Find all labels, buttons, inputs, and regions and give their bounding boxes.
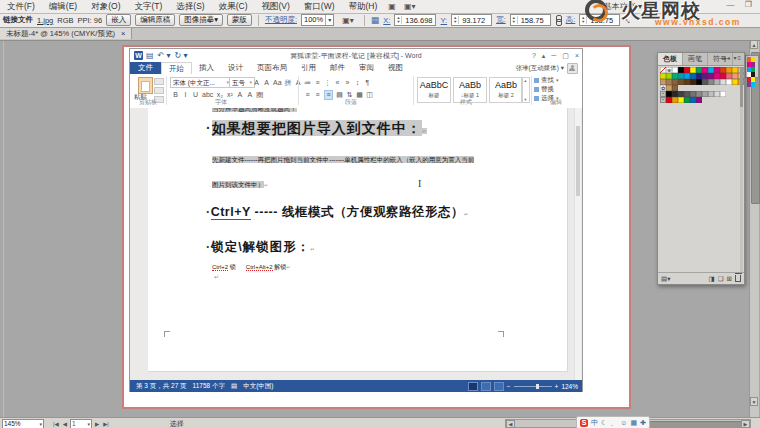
next-artboard-icon[interactable]: ▶ [94, 421, 100, 427]
word-window-button-1[interactable]: ▴ [542, 49, 546, 62]
font-icon2-6[interactable]: A [236, 90, 243, 99]
word-window-button-2[interactable]: ─ [551, 49, 556, 62]
new-color-group-icon[interactable]: ❏ [718, 274, 724, 284]
swatches-tab-1[interactable]: 画笔 [683, 53, 708, 65]
font-icon-3[interactable]: 拼 [285, 78, 292, 87]
word-window-button-0[interactable]: ? [532, 49, 536, 62]
menu-item-5[interactable]: 效果(C) [212, 0, 255, 13]
arrange-documents-menu-icon[interactable]: ▣▾ [400, 2, 420, 11]
font-icon2-2[interactable]: U [192, 90, 199, 99]
swatch-4-10[interactable] [720, 91, 726, 97]
editing-item-1[interactable]: 替换 [534, 85, 559, 93]
reference-point-icon[interactable]: ▦ [371, 15, 380, 25]
font-icon-1[interactable]: A [263, 78, 270, 87]
menu-item-8[interactable]: 帮助(H) [342, 0, 385, 13]
font-icon2-8[interactable]: 圈 [256, 90, 263, 99]
panel-menu-icon[interactable]: ◂◂ ▾≡ [723, 53, 742, 64]
ime-icon-5[interactable]: ✚ [640, 418, 646, 428]
word-window-button-4[interactable]: × [575, 49, 579, 62]
menu-item-1[interactable]: 编辑(E) [42, 0, 84, 13]
paragraph-icon-2[interactable]: ⋮ [324, 78, 331, 87]
x-input[interactable]: ▲▼136.698 [394, 14, 436, 26]
window-controls[interactable]: — ❐ [727, 0, 756, 9]
scroll-up-arrow-icon[interactable]: ▲ [750, 40, 758, 49]
style-item-0[interactable]: AaBbC标题 [417, 77, 451, 103]
width-value[interactable]: 158.75 [518, 16, 550, 25]
control-button-1[interactable]: 编辑原稿 [135, 14, 175, 26]
spinner-arrows-icon[interactable]: ▲▼ [395, 16, 402, 24]
dropdown-arrow-icon[interactable]: ▾ [39, 421, 42, 427]
collapsed-color-panel-icon[interactable] [745, 55, 759, 78]
spinner-arrows-icon[interactable]: ▲▼ [580, 16, 587, 24]
last-artboard-icon[interactable]: ▶| [102, 421, 110, 427]
constrain-proportions-icon[interactable] [555, 15, 562, 25]
font-icon2-1[interactable]: I [182, 90, 189, 99]
swatches-scrollbar[interactable] [740, 67, 743, 272]
workspace-switcher[interactable]: 基本功能 ▾ [604, 1, 642, 12]
paragraph-icon-6[interactable]: ¶ [364, 78, 371, 87]
show-swatch-kinds-icon[interactable]: ◨ [709, 274, 715, 284]
word-tab-7[interactable]: 视图 [381, 62, 410, 74]
dropdown-arrow-icon[interactable]: ▾ [325, 15, 331, 25]
scroll-left-arrow-icon[interactable]: ◀ [506, 420, 515, 428]
ime-icon-0[interactable]: 中 [591, 418, 598, 428]
close-tab-icon[interactable]: × [121, 29, 125, 38]
ime-icon-4[interactable]: ▦ [630, 418, 637, 428]
y-value[interactable]: 93.172 [459, 16, 491, 25]
font-icon-0[interactable]: A [253, 78, 260, 87]
color-group-folder-icon[interactable] [660, 97, 666, 103]
font-icon-2[interactable]: Aa [273, 78, 282, 87]
word-tab-6[interactable]: 审阅 [352, 62, 381, 74]
previous-artboard-icon[interactable]: ◀ [62, 421, 68, 427]
menu-item-0[interactable]: 文件(F) [0, 0, 42, 13]
font-icon2-0[interactable]: B [172, 90, 179, 99]
paragraph-icon2-1[interactable]: ≡ [314, 90, 321, 100]
paragraph-icon-5[interactable]: ↕ [354, 78, 361, 87]
paragraph-icon2-3[interactable]: ▤ [336, 90, 343, 100]
word-tab-1[interactable]: 插入 [192, 62, 221, 74]
spinner-arrows-icon[interactable]: ▲▼ [452, 16, 459, 24]
scroll-down-arrow-icon[interactable]: ▼ [750, 397, 758, 406]
word-window-button-3[interactable]: ▢ [562, 49, 569, 62]
paragraph-icon2-0[interactable]: ≡ [304, 90, 311, 100]
control-button-2[interactable]: 图像描摹 ▾ [179, 14, 223, 26]
scroll-up-icon[interactable]: ▴ [524, 78, 526, 83]
style-menu-icon[interactable]: ▣▾ [338, 16, 358, 25]
word-tab-5[interactable]: 邮件 [323, 62, 352, 74]
canvas[interactable]: W ▤ ↶ ▾ ↻ ▾ 翼狐课堂-平面课程-笔记 [兼容模式] - Word ?… [0, 40, 760, 417]
menu-item-7[interactable]: 窗口(W) [297, 0, 342, 13]
transform-icon[interactable]: ↔ [622, 13, 635, 26]
menu-item-6[interactable]: 视图(V) [255, 0, 297, 13]
scroll-down-icon[interactable]: ▾ [524, 97, 526, 102]
height-input[interactable]: ▲▼158.75 [579, 14, 620, 26]
control-button-0[interactable]: 嵌入 [106, 14, 131, 26]
control-button-3[interactable]: 蒙版 [227, 14, 252, 26]
opacity-label[interactable]: 不透明度: [265, 15, 297, 25]
word-tab-4[interactable]: 引用 [294, 62, 323, 74]
ime-icon-3[interactable]: ☺ [620, 418, 627, 428]
zoom-level-combo[interactable]: 145%▾ [2, 419, 44, 428]
font-icon2-5[interactable]: x² [226, 90, 233, 99]
font-icon2-7[interactable]: A [246, 90, 253, 99]
paragraph-icon2-6[interactable]: ◫ [366, 90, 373, 100]
font-icon2-3[interactable]: abc [202, 90, 213, 99]
menu-item-4[interactable]: 选择(S) [169, 0, 211, 13]
word-tab-2[interactable]: 设计 [221, 62, 250, 74]
spinner-arrows-icon[interactable]: ▲▼ [511, 16, 518, 24]
opacity-combo[interactable]: 100%▾ [301, 14, 334, 26]
word-tab-0[interactable]: 开始 [161, 62, 192, 74]
scroll-right-arrow-icon[interactable]: ▶ [741, 420, 750, 428]
ime-logo-icon[interactable]: S [580, 419, 588, 427]
menu-item-3[interactable]: 文字(T) [127, 0, 169, 13]
swatches-tab-0[interactable]: 色板 [658, 53, 683, 65]
scrollbar-thumb[interactable] [644, 421, 746, 428]
swatch-5-6[interactable] [696, 97, 702, 103]
ime-icon-1[interactable]: ☾ [601, 418, 607, 428]
y-input[interactable]: ▲▼93.172 [451, 14, 492, 26]
paragraph-icon-3[interactable]: « [334, 78, 341, 87]
x-value[interactable]: 136.698 [402, 16, 435, 25]
first-artboard-icon[interactable]: |◀ [52, 421, 60, 427]
artboard-number-combo[interactable]: 1▾ [70, 419, 92, 428]
paragraph-icon-0[interactable]: ≔ [304, 78, 311, 87]
linked-file-name[interactable]: 1.jpg [37, 16, 53, 25]
